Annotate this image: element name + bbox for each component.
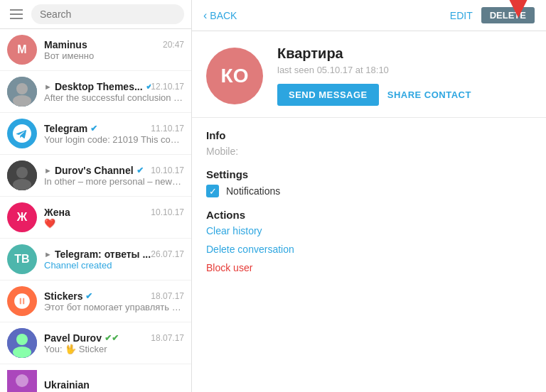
double-check-icon: ✔✔ [105, 333, 119, 343]
chat-info: ► Telegram: ответы ... 26.07.17 Channel … [44, 249, 184, 271]
detail-content: Info Mobile: Settings ✓ Notifications Ac… [192, 118, 546, 392]
chat-preview: After the successful conclusion of... [44, 92, 184, 103]
avatar [7, 370, 37, 392]
mobile-label: Mobile: [206, 146, 532, 157]
verified-icon: ✔ [90, 124, 97, 134]
checkbox-check-icon: ✓ [209, 186, 217, 197]
avatar: M [7, 35, 37, 65]
chat-info: ► Desktop Themes... ✔ 12.10.17 After the… [44, 81, 184, 103]
info-section-title: Info [206, 129, 532, 141]
svg-point-2 [13, 95, 31, 107]
chat-name: ► Durov's Channel ✔ [44, 165, 144, 176]
chat-name: Жена [44, 207, 70, 218]
forward-icon: ► [44, 250, 52, 258]
list-item[interactable]: Ж Жена 10.10.17 ❤️ [0, 197, 191, 239]
chat-name: Pavel Durov ✔✔ [44, 332, 119, 344]
send-message-button[interactable]: SEND MESSAGE [277, 84, 379, 106]
avatar [7, 77, 37, 107]
profile-avatar: КО [206, 48, 263, 104]
svg-point-11 [16, 374, 28, 387]
chat-time: 18.07.17 [151, 291, 184, 301]
chat-name: ► Desktop Themes... ✔ [44, 81, 151, 92]
block-user-link[interactable]: Block user [206, 262, 532, 273]
avatar: Ж [7, 202, 37, 232]
chat-preview: In other – more personal – news, ... [44, 176, 184, 187]
list-item[interactable]: ► Desktop Themes... ✔ 12.10.17 After the… [0, 71, 191, 113]
chat-info: Maminus 20:47 Вот именно [44, 39, 184, 61]
avatar [7, 286, 37, 316]
chat-list: M Maminus 20:47 Вот именно ► Desktop The… [0, 29, 191, 392]
chat-name: Stickers ✔ [44, 290, 92, 302]
avatar: ТВ [7, 244, 37, 274]
search-input[interactable] [31, 4, 184, 24]
sidebar-header [0, 0, 191, 29]
delete-conversation-link[interactable]: Delete conversation [206, 244, 532, 255]
chat-info: Жена 10.10.17 ❤️ [44, 207, 184, 229]
svg-point-8 [16, 334, 28, 345]
verified-icon: ✔ [136, 165, 144, 175]
avatar [7, 328, 37, 358]
chat-time: 10.10.17 [151, 207, 184, 217]
chat-time: 11.10.17 [151, 124, 184, 134]
list-item[interactable]: Ukrainian [0, 364, 191, 392]
chat-name: Maminus [44, 39, 87, 50]
settings-section-title: Settings [206, 168, 532, 180]
list-item[interactable]: ► Durov's Channel ✔ 10.10.17 In other – … [0, 155, 191, 197]
clear-history-link[interactable]: Clear history [206, 225, 532, 236]
chat-info: ► Durov's Channel ✔ 10.10.17 In other – … [44, 165, 184, 187]
chat-time: 18.07.17 [151, 333, 184, 343]
chat-preview: You: 🖖 Sticker [44, 344, 184, 354]
list-item[interactable]: Pavel Durov ✔✔ 18.07.17 You: 🖖 Sticker [0, 322, 191, 364]
chat-info: Telegram ✔ 11.10.17 Your login code: 210… [44, 123, 184, 145]
svg-point-1 [16, 83, 28, 94]
chat-preview: Your login code: 21019 This code ... [44, 134, 184, 145]
forward-icon: ► [44, 166, 52, 175]
chat-name: Telegram ✔ [44, 123, 97, 134]
list-item[interactable]: ТВ ► Telegram: ответы ... 26.07.17 Chann… [0, 239, 191, 281]
edit-button[interactable]: EDIT [450, 10, 473, 21]
chat-info: Stickers ✔ 18.07.17 Этот бот помогает уп… [44, 290, 184, 312]
profile-status: last seen 05.10.17 at 18:10 [277, 65, 532, 75]
back-label: BACK [210, 10, 237, 21]
actions-section-title: Actions [206, 209, 532, 221]
chat-time: 26.07.17 [151, 249, 184, 259]
chat-time: 12.10.17 [151, 82, 184, 92]
delete-button[interactable]: DELETE [481, 7, 535, 23]
profile-actions: SEND MESSAGE SHARE CONTACT [277, 84, 532, 106]
hamburger-menu-icon[interactable] [7, 6, 26, 22]
header-actions: EDIT DELETE [450, 7, 535, 23]
back-chevron-icon: ‹ [203, 9, 207, 22]
profile-info: Квартира last seen 05.10.17 at 18:10 SEN… [277, 45, 532, 106]
list-item[interactable]: Stickers ✔ 18.07.17 Этот бот помогает уп… [0, 281, 191, 322]
svg-point-5 [13, 179, 31, 190]
chat-preview: Этот бот помогает управлять ст... [44, 302, 184, 312]
profile-section: КО Квартира last seen 05.10.17 at 18:10 … [192, 31, 546, 118]
share-contact-button[interactable]: SHARE CONTACT [387, 89, 471, 100]
avatar [7, 160, 37, 190]
chat-info: Pavel Durov ✔✔ 18.07.17 You: 🖖 Sticker [44, 332, 184, 354]
profile-name: Квартира [277, 45, 532, 62]
verified-icon: ✔ [146, 82, 151, 92]
chat-time: 20:47 [163, 40, 184, 50]
chat-preview: Вот именно [44, 50, 184, 61]
right-header: ‹ BACK EDIT DELETE [192, 0, 546, 31]
chat-name: Ukrainian [44, 379, 90, 391]
back-button[interactable]: ‹ BACK [203, 9, 237, 22]
avatar [7, 119, 37, 148]
right-panel: ‹ BACK EDIT DELETE КО Квартира last seen… [192, 0, 546, 392]
forward-icon: ► [44, 82, 52, 91]
list-item[interactable]: Telegram ✔ 11.10.17 Your login code: 210… [0, 113, 191, 155]
notifications-row: ✓ Notifications [206, 185, 532, 197]
chat-time: 10.10.17 [151, 165, 184, 175]
chat-preview: Channel created [44, 260, 184, 271]
svg-point-4 [16, 167, 28, 178]
sidebar: M Maminus 20:47 Вот именно ► Desktop The… [0, 0, 192, 392]
verified-icon: ✔ [85, 291, 92, 301]
svg-point-9 [13, 347, 31, 358]
chat-info: Ukrainian [44, 379, 184, 391]
list-item[interactable]: M Maminus 20:47 Вот именно [0, 29, 191, 71]
notifications-label: Notifications [226, 185, 280, 197]
notifications-checkbox[interactable]: ✓ [206, 185, 219, 197]
chat-preview: ❤️ [44, 218, 184, 229]
chat-name: ► Telegram: ответы ... [44, 249, 151, 260]
